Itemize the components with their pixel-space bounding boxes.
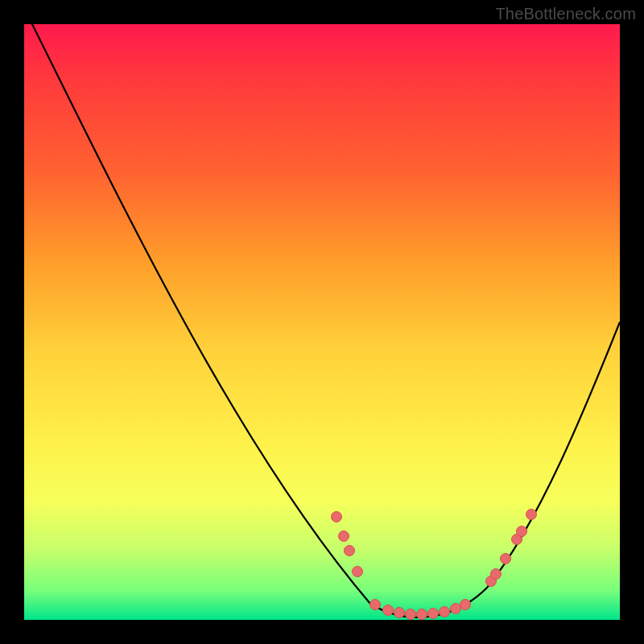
- watermark-text: TheBottleneck.com: [495, 5, 636, 23]
- bottleneck-curve: [24, 24, 620, 617]
- data-marker: [345, 546, 355, 556]
- data-marker: [526, 510, 537, 520]
- marker-group: [332, 510, 537, 620]
- data-marker: [501, 554, 511, 564]
- data-marker: [406, 609, 416, 620]
- data-marker: [394, 608, 405, 618]
- data-marker: [491, 569, 502, 580]
- data-marker: [332, 512, 342, 522]
- chart-svg: [24, 24, 620, 620]
- data-marker: [417, 609, 427, 620]
- chart-frame: TheBottleneck.com: [0, 0, 644, 644]
- data-marker: [339, 531, 349, 542]
- data-marker: [460, 600, 471, 610]
- plot-area: [24, 24, 620, 620]
- data-marker: [370, 600, 381, 610]
- data-marker: [383, 605, 394, 616]
- data-marker: [451, 604, 461, 614]
- data-marker: [428, 609, 439, 619]
- data-marker: [353, 567, 363, 577]
- data-marker: [517, 526, 527, 537]
- data-marker: [440, 607, 450, 617]
